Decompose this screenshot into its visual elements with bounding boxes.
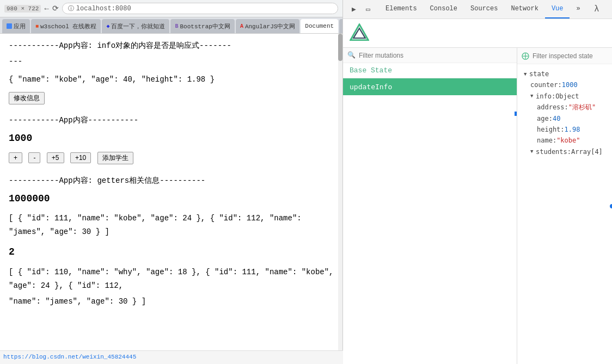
state-filter-input[interactable] [533,52,612,60]
counter-minus-button[interactable]: - [28,152,40,163]
browser-size-badge: 980 × 722 [4,5,41,13]
browser-toolbar: 980 × 722 ← ⟳ ⓘ localhost:8080 [0,0,342,17]
tab-network[interactable]: Network [504,0,544,18]
devtools-actions: λ ◯ [589,2,612,17]
section1-dash: --- [9,55,334,69]
browser-tab-document[interactable]: Document [301,19,338,33]
age-key: age: [537,113,553,124]
count-display: 2 [9,243,334,261]
state-address-row: address: "溶杉矶" [524,102,605,113]
state-info-row: ▼ info: Object [524,91,605,102]
state-expand-triangle[interactable]: ▼ [524,70,529,78]
vue-panel-body: 🔍 Base State updateInfo [343,48,612,364]
browser-tab-react-native[interactable]: ● React Native 中文... [339,19,342,33]
tab-vue[interactable]: Vue [545,0,570,18]
section1-header: -----------App内容: info对象的内容是否是响应式------- [9,39,334,53]
search-icon: 🔍 [347,51,356,59]
browser-tabs-bar: 应用 ■ w3school 在线教程 ◆ 百度一下，你就知道 B Bootstr… [0,17,342,34]
vue-logo-icon [350,23,369,43]
array2-display: [ { "id": 110, "name": "why", "age": 18 … [9,266,334,293]
mutations-filter-bar: 🔍 [343,48,517,63]
section2-header: -----------App内容----------- [9,114,334,127]
tab-elements[interactable]: Elements [379,0,424,18]
mutations-filter-input[interactable] [359,52,512,59]
counter-plus5-button[interactable]: +5 [47,152,64,163]
array2-cont: "name": "james", "age": 30 } ] [9,295,334,309]
browser-panel: 980 × 722 ← ⟳ ⓘ localhost:8080 应用 ■ w3sc… [0,0,343,364]
students-expand-triangle[interactable]: ▼ [530,147,536,156]
tab-overflow[interactable]: » [570,0,586,18]
counter-display: 1000 [9,129,334,147]
add-student-button[interactable]: 添加学生 [97,152,133,164]
state-name-row: name: "kobe" [524,135,605,146]
devtools-topbar: ▶ ▭ Elements Console Sources Network Vue [343,0,612,19]
url-bar[interactable]: ⓘ localhost:8080 [62,3,338,14]
counter-plus10-button[interactable]: +10 [70,152,91,163]
info-key: info: [536,91,555,102]
counter-key: counter: [530,79,562,90]
counter-value: 1000 [562,79,578,90]
state-height-row: height: 1.98 [524,124,605,135]
clock-icon[interactable]: ◯ [608,2,612,17]
mutation-item-updateInfo[interactable]: updateInfo [343,78,517,95]
modify-info-button[interactable]: 修改信息 [9,92,45,104]
info-type: Object [555,91,579,102]
devtools-panel: ▶ ▭ Elements Console Sources Network Vue [343,0,612,364]
state-root-row: ▼ state [524,69,605,79]
students-key: students: [536,146,571,157]
back-icon[interactable]: ← [44,4,48,13]
refresh-icon[interactable]: ⟳ [52,4,59,13]
section3-header: -----------App内容: getters相关信息---------- [9,174,334,188]
base-state-label: Base State [343,63,517,78]
devtools-tool-icons: ▶ ▭ [347,3,375,16]
blue-dot-indicator [610,204,612,208]
state-label: state [529,69,549,79]
name-value: "kobe" [556,135,580,146]
vue-mutations-tree: 🔍 Base State updateInfo [343,48,517,364]
age-value: 40 [553,113,560,124]
height-key: height: [537,124,565,135]
browser-tab-bootstrap[interactable]: B Bootstrap中文网 [170,19,234,33]
getters-number: 1000000 [9,190,334,207]
tab-sources[interactable]: Sources [464,0,504,18]
info-expand-triangle[interactable]: ▼ [530,92,536,100]
browser-tab-angular[interactable]: A AngularJS中文网 [236,19,299,33]
state-content: ▼ state counter: 1000 ▼ [517,64,612,364]
vue-panel: 🔍 Base State updateInfo [343,19,612,364]
vue-state-panel: ⨁ ▼ state counter: 1000 [517,48,612,364]
state-filter-bar: ⨁ [517,48,612,64]
page-content: -----------App内容: info对象的内容是否是响应式-------… [0,34,342,318]
address-key: address: [537,102,568,113]
device-icon[interactable]: ▭ [362,3,375,16]
browser-tab-w3school[interactable]: ■ w3school 在线教程 [31,19,101,33]
height-value: 1.98 [565,124,580,135]
state-counter-row: counter: 1000 [524,79,605,90]
browser-tab-baidu[interactable]: ◆ 百度一下，你就知道 [102,19,169,33]
lambda-icon[interactable]: λ [589,2,604,17]
state-age-row: age: 40 [524,113,605,124]
vue-header [343,19,612,48]
tab-console[interactable]: Console [424,0,464,18]
name-key: name: [537,135,556,146]
plus-cross-icon: ⨁ [522,51,529,60]
address-value: "溶杉矶" [568,102,596,113]
devtools-tabs: Elements Console Sources Network Vue » [379,0,587,18]
students-type: Array[4] [571,146,603,157]
cursor-icon[interactable]: ▶ [347,3,360,16]
url-text: localhost:8080 [76,5,131,13]
array1-display: [ { "id": 111, "name": "kobe", "age": 24… [9,212,334,239]
browser-tab-ying-yong[interactable]: 应用 [2,19,30,33]
info-object-display: { "name": "kobe", "age": 40, "height": 1… [9,73,334,87]
state-students-row: ▼ students: Array[4] [524,146,605,157]
counter-plus-button[interactable]: + [9,152,22,163]
